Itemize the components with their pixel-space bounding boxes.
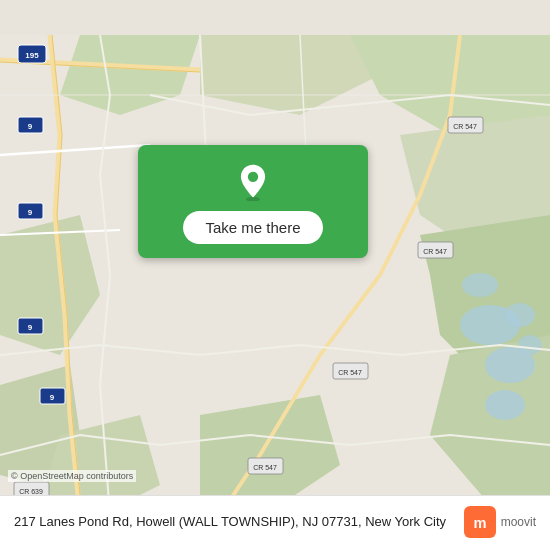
- take-me-there-button[interactable]: Take me there: [183, 211, 322, 244]
- svg-text:CR 639: CR 639: [19, 488, 43, 495]
- green-panel: Take me there: [138, 145, 368, 258]
- moovit-text: moovit: [501, 515, 536, 529]
- svg-point-17: [518, 335, 542, 355]
- svg-text:CR 547: CR 547: [423, 248, 447, 255]
- svg-text:195: 195: [25, 51, 39, 60]
- map-svg: 195 9 9 9 9 CR 639 CR 547 CR 547 CR 547 …: [0, 0, 550, 550]
- svg-point-16: [505, 303, 535, 327]
- svg-text:9: 9: [28, 323, 33, 332]
- svg-text:9: 9: [50, 393, 55, 402]
- svg-point-14: [485, 390, 525, 420]
- svg-text:9: 9: [28, 122, 33, 131]
- svg-text:CR 547: CR 547: [453, 123, 477, 130]
- info-bar: 217 Lanes Pond Rd, Howell (WALL TOWNSHIP…: [0, 495, 550, 550]
- svg-text:9: 9: [28, 208, 33, 217]
- moovit-logo: m moovit: [464, 506, 536, 538]
- svg-text:m: m: [473, 515, 486, 531]
- moovit-icon: m: [464, 506, 496, 538]
- map-attribution: © OpenStreetMap contributors: [8, 470, 136, 482]
- svg-text:CR 547: CR 547: [253, 464, 277, 471]
- take-me-there-container: Take me there: [138, 145, 368, 258]
- svg-point-46: [248, 172, 258, 182]
- map-container: 195 9 9 9 9 CR 639 CR 547 CR 547 CR 547 …: [0, 0, 550, 550]
- address-label: 217 Lanes Pond Rd, Howell (WALL TOWNSHIP…: [14, 513, 464, 531]
- location-pin-icon: [234, 163, 272, 201]
- svg-text:CR 547: CR 547: [338, 369, 362, 376]
- svg-point-15: [462, 273, 498, 297]
